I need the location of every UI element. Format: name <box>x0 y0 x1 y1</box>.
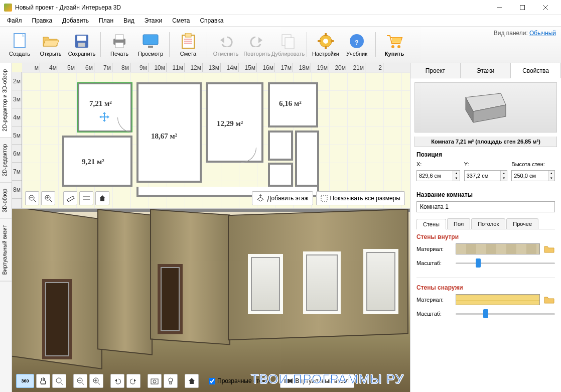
room[interactable]: 6,16 м² <box>268 82 318 127</box>
subtab-floor[interactable]: Пол <box>447 218 470 229</box>
snapshot-button[interactable] <box>148 374 162 388</box>
zoom-3d-button[interactable] <box>52 374 66 388</box>
menu-plan[interactable]: План <box>94 16 118 25</box>
pan-button[interactable] <box>36 374 50 388</box>
room[interactable] <box>268 130 293 161</box>
create-button[interactable]: Создать <box>4 29 35 61</box>
tab-floors[interactable]: Этажи <box>461 63 511 78</box>
svg-rect-1 <box>520 5 525 10</box>
menu-view[interactable]: Вид <box>118 16 139 25</box>
show-sizes-button[interactable]: Показывать все размеры <box>316 191 405 205</box>
buy-button[interactable]: Купить <box>379 29 410 61</box>
preview-button[interactable]: Просмотр <box>135 29 166 61</box>
new-file-icon <box>11 33 28 50</box>
zoom-out-button[interactable] <box>25 191 39 205</box>
estimate-button[interactable]: Смета <box>173 29 204 61</box>
undo-icon <box>217 33 234 50</box>
redo-icon <box>248 33 265 50</box>
panel-view-link[interactable]: Обычный <box>529 30 556 37</box>
home-button[interactable] <box>95 191 109 205</box>
spinner-up[interactable]: ▲ <box>548 171 554 176</box>
add-floor-button[interactable]: Добавить этаж <box>252 191 313 205</box>
room-name-input[interactable] <box>416 201 555 212</box>
spinner-down[interactable]: ▼ <box>548 176 554 181</box>
x-input[interactable]: ▲▼ <box>416 170 460 181</box>
open-button[interactable]: Открыть <box>35 29 66 61</box>
menu-add[interactable]: Добавить <box>57 16 94 25</box>
measure-button[interactable] <box>63 191 77 205</box>
maximize-button[interactable] <box>511 0 534 15</box>
tab-virtual-visit[interactable]: Виртуальный визит <box>0 219 12 282</box>
browse-material-button[interactable] <box>544 244 555 253</box>
spinner-down[interactable]: ▼ <box>501 176 507 181</box>
settings-button[interactable]: Настройки <box>310 29 341 61</box>
rotate-360-button[interactable]: 360 <box>16 374 34 388</box>
menu-floors[interactable]: Этажи <box>139 16 167 25</box>
tab-3d-view[interactable]: 3D-обзор <box>0 183 12 219</box>
tutorial-button[interactable]: ?Учебник <box>341 29 372 61</box>
material-swatch-inside[interactable] <box>456 243 540 254</box>
material-swatch-outside[interactable] <box>456 294 540 305</box>
print-button[interactable]: Печать <box>104 29 135 61</box>
tab-project[interactable]: Проект <box>410 63 461 78</box>
room[interactable] <box>268 163 293 187</box>
zoom-in-3d-button[interactable] <box>89 374 103 388</box>
wall-height-input[interactable]: ▲▼ <box>511 170 555 181</box>
watermark: ТВОИ ПРОГРАММЫ РУ <box>251 371 404 387</box>
zoom-out-3d-button[interactable] <box>73 374 87 388</box>
undo-button: Отменить <box>210 29 241 61</box>
room-selected[interactable]: 7,21 м² <box>77 82 132 133</box>
svg-line-35 <box>50 200 52 202</box>
tab-properties[interactable]: Свойства <box>511 63 561 78</box>
room[interactable]: 12,29 м² <box>206 82 263 163</box>
svg-rect-30 <box>392 38 401 43</box>
menu-estimate[interactable]: Смета <box>167 16 195 25</box>
home-3d-button[interactable] <box>185 374 199 388</box>
subtab-ceiling[interactable]: Потолок <box>471 218 505 229</box>
room[interactable]: 18,67 м² <box>136 82 202 183</box>
subtab-other[interactable]: Прочее <box>506 218 538 229</box>
canvas-2d[interactable]: 7,21 м² 18,67 м² 12,29 м² <box>22 72 410 208</box>
menu-edit[interactable]: Правка <box>27 16 58 25</box>
browse-material-button[interactable] <box>544 295 555 304</box>
scale-slider-outside[interactable] <box>456 308 555 319</box>
redo-3d-button[interactable] <box>126 374 141 388</box>
menu-file[interactable]: Файл <box>2 16 27 25</box>
svg-rect-11 <box>143 35 158 45</box>
view-2d[interactable]: м4м5м6м7м8м9м10м11м12м13м14м15м16м17м18м… <box>12 63 410 209</box>
spinner-down[interactable]: ▼ <box>453 176 459 181</box>
dimensions-icon <box>321 195 328 202</box>
move-handle-icon[interactable] <box>99 112 109 122</box>
room[interactable]: 9,21 м² <box>62 136 132 187</box>
close-button[interactable] <box>534 0 557 15</box>
grid-toggle-button[interactable] <box>79 191 93 205</box>
left-tabs: 2D-редактор и 3D-обзор 2D-редактор 3D-об… <box>0 63 12 392</box>
lighting-button[interactable] <box>164 374 178 388</box>
tab-2d-editor[interactable]: 2D-редактор <box>0 138 12 183</box>
zoom-in-button[interactable] <box>41 191 55 205</box>
save-button[interactable]: Сохранить <box>66 29 97 61</box>
clipboard-icon <box>180 33 197 50</box>
view-3d[interactable]: 360 Прозрачные стены Виртуальный визит <box>12 209 410 392</box>
subtab-walls[interactable]: Стены <box>416 219 446 229</box>
scale-slider-inside[interactable] <box>456 257 555 269</box>
spinner-up[interactable]: ▲ <box>501 171 507 176</box>
svg-rect-14 <box>185 33 191 37</box>
svg-rect-43 <box>321 195 327 201</box>
svg-point-54 <box>153 380 156 383</box>
walls-outside-title: Стены снаружи <box>416 284 555 291</box>
ruler-vertical: 2м3м4м5м6м7м8м <box>12 72 22 208</box>
spinner-up[interactable]: ▲ <box>453 171 459 176</box>
svg-point-55 <box>169 378 173 382</box>
room[interactable] <box>295 130 319 187</box>
undo-3d-button[interactable] <box>110 374 124 388</box>
minimize-button[interactable] <box>488 0 511 15</box>
svg-line-32 <box>34 200 36 202</box>
svg-rect-19 <box>285 38 294 49</box>
menu-help[interactable]: Справка <box>195 16 228 25</box>
svg-line-47 <box>82 382 84 384</box>
tab-2d-3d-editor[interactable]: 2D-редактор и 3D-обзор <box>0 63 12 138</box>
workspace: м4м5м6м7м8м9м10м11м12м13м14м15м16м17м18м… <box>12 63 410 392</box>
y-input[interactable]: ▲▼ <box>464 170 508 181</box>
svg-point-28 <box>391 45 394 48</box>
